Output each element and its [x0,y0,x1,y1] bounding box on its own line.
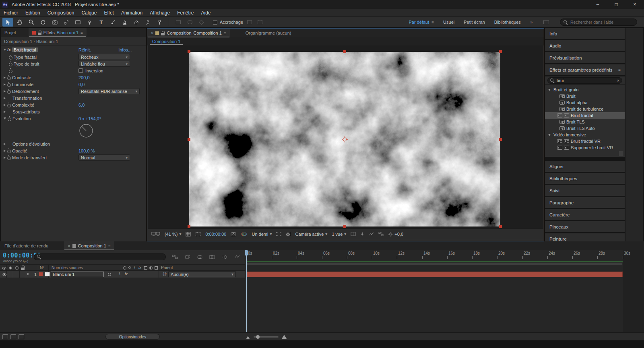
tab-organigramme[interactable]: Organigramme (aucun) [242,29,295,37]
composition-canvas[interactable] [189,52,500,227]
anchor-point-icon[interactable] [342,136,348,142]
solo-column-icon[interactable] [15,266,19,270]
column-parent[interactable]: Parent [161,266,173,270]
reset-button[interactable]: Réinit. [78,47,91,52]
exposure-control[interactable]: +0,0 [388,232,403,237]
effect-item-bruit-tls-auto[interactable]: Bruit TLS Auto [545,125,625,132]
stopwatch-icon[interactable] [8,55,12,59]
magnification-dropdown[interactable]: (41 %) ▾ [165,232,181,237]
zoom-in-mountain-icon[interactable] [282,335,287,339]
toggle-mask-visibility-icon[interactable] [195,232,201,237]
resolution-dropdown[interactable]: Un demi ▾ [252,232,272,237]
roto-brush-tool-button[interactable] [142,18,153,27]
workspace-bibliotheques[interactable]: Bibliothèques [494,20,521,25]
type-tool-button[interactable]: T [96,18,107,27]
overflow-dropdown[interactable]: Résultats HDR autorisé ▾ [78,88,140,94]
layer-row[interactable]: 1 Blanc uni 1 \ fx @ Aucun(e) ▾ [0,271,245,278]
timeline-search-box[interactable] [34,253,166,260]
twirl-right-icon[interactable] [4,150,6,152]
work-area-bar[interactable] [247,262,623,265]
toggle-in-out-columns-icon[interactable] [19,334,24,339]
clear-search-icon[interactable]: × [617,78,619,83]
panel-bibliotheques[interactable]: Bibliothèques [545,173,625,184]
comp-flow-icon[interactable] [378,232,384,236]
menu-affichage[interactable]: Affichage [146,9,173,16]
view-layout-dropdown[interactable]: 1 vue ▾ [332,232,346,237]
maximize-button[interactable]: □ [607,0,625,9]
viewer-tab-composition-1[interactable]: Composition 1 [147,37,185,45]
composition-viewer[interactable] [148,45,543,229]
show-channel-icon[interactable] [241,232,247,237]
effects-search-box[interactable]: × [547,77,622,84]
selection-handle[interactable] [343,50,346,53]
parent-pickwhip-icon[interactable]: @ [163,272,167,276]
menu-animation[interactable]: Animation [118,9,146,16]
axis-mode-local-icon[interactable] [173,18,184,27]
help-search-box[interactable] [560,19,637,26]
brightness-value[interactable]: 0,0 [78,82,85,87]
twirl-right-icon[interactable] [4,83,6,86]
active-camera-dropdown[interactable]: Caméra active ▾ [295,232,327,237]
pen-tool-button[interactable] [84,18,95,27]
stopwatch-icon[interactable] [8,68,12,73]
menu-edition[interactable]: Edition [22,9,44,16]
zoom-slider-knob[interactable] [256,335,260,339]
panel-resize-grip[interactable] [619,151,624,156]
menu-composition[interactable]: Composition [44,9,78,16]
lock-icon[interactable] [161,31,165,35]
contrast-value[interactable]: 200,0 [78,75,90,80]
invert-checkbox[interactable] [78,68,83,73]
stopwatch-icon[interactable] [7,116,11,121]
tab-render-queue[interactable]: File d'attente de rendu [1,241,52,250]
toggle-layer-switches-icon[interactable] [2,334,8,339]
current-time-indicator-head[interactable] [245,250,248,255]
workspace-overflow-icon[interactable]: » [530,20,533,25]
snap-option-edges-icon[interactable] [246,18,253,27]
column-number[interactable]: N° [40,266,44,270]
twirl-right-icon[interactable] [4,111,6,113]
panel-menu-icon[interactable]: ≡ [80,31,83,35]
minimize-button[interactable]: – [588,0,607,9]
panel-paragraphe[interactable]: Paragraphe [545,197,625,208]
opacity-value[interactable]: 100,0 % [78,148,95,153]
brush-tool-button[interactable] [107,18,118,27]
snap-option-features-icon[interactable] [256,18,264,27]
selection-handle[interactable] [188,50,190,53]
panel-audio[interactable]: Audio [545,40,625,51]
effect-name[interactable]: Bruit fractal [12,47,38,52]
fx-badge-icon[interactable]: fx [7,47,11,52]
stopwatch-icon[interactable] [7,148,11,153]
tab-composition[interactable]: × Composition Composition 1 ≡ [147,29,230,37]
composition-mini-flowchart-icon[interactable] [171,254,179,260]
zoom-out-mountain-icon[interactable] [246,336,250,339]
fx-column-icon[interactable]: fx [138,266,141,270]
effects-group-bruit-et-grain[interactable]: Bruit et grain [545,86,625,93]
twirl-right-icon[interactable] [4,143,6,145]
draft-3d-icon[interactable] [183,254,191,260]
axis-mode-world-icon[interactable] [184,18,195,27]
shy-column-icon[interactable] [123,266,126,270]
layer-twirl-icon[interactable] [27,273,29,275]
zoom-tool-button[interactable] [26,18,37,27]
layer-fx-icon[interactable]: fx [125,272,128,276]
twirl-right-icon[interactable] [4,156,6,159]
choose-grid-guides-icon[interactable] [186,232,191,237]
panel-info[interactable]: Info [545,28,625,39]
transparency-grid-icon[interactable] [286,232,291,236]
stopwatch-icon[interactable] [8,62,12,66]
complexity-value[interactable]: 6,0 [78,103,85,107]
camera-tool-button[interactable] [49,18,60,27]
layer-name[interactable]: Blanc uni 1 [51,272,104,277]
snap-checkbox[interactable] [213,20,217,25]
shape-tool-button[interactable] [72,18,83,27]
evolution-dial[interactable] [78,123,95,140]
hide-shy-layers-icon[interactable] [196,254,204,260]
workspace-menu-icon[interactable]: ≡ [431,20,434,25]
panel-previsualisation[interactable]: Prévisualisation [545,52,625,63]
stopwatch-icon[interactable] [7,82,11,86]
frame-blend-column-icon[interactable] [144,266,147,270]
selection-handle[interactable] [188,225,190,228]
close-tab-icon[interactable]: × [151,31,153,35]
selection-handle[interactable] [499,50,502,53]
evolution-value[interactable]: 0 x +154,0° [78,116,101,121]
